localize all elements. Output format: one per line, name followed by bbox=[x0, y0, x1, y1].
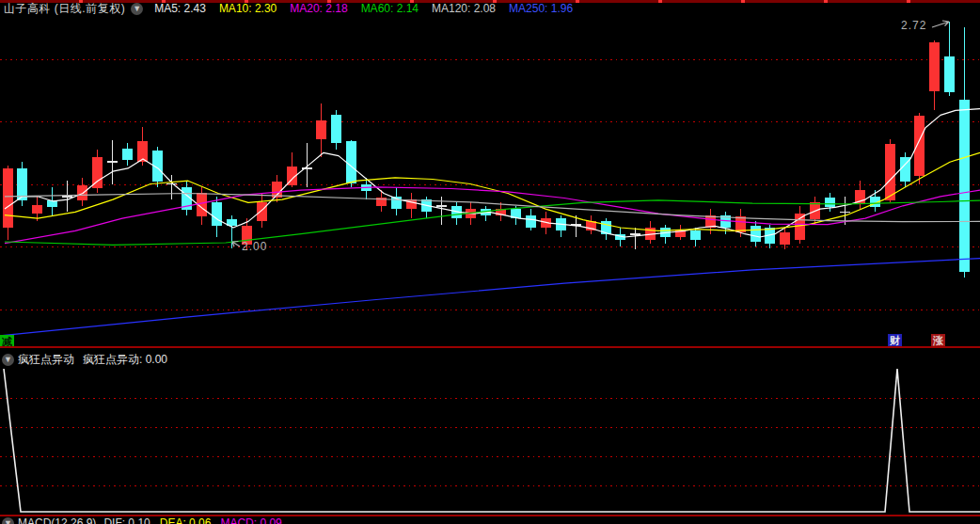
ma-legend-item: MA10: 2.30 bbox=[219, 3, 277, 15]
ma-legend-item: MA20: 2.18 bbox=[290, 3, 347, 15]
high-annotation-arrow bbox=[932, 21, 949, 27]
macd-header: ▼ MACD(12,26,9) DIF: 0.10DEA: 0.06MACD: … bbox=[2, 516, 282, 524]
indicator-panel-header: ▼ 疯狂点异动 疯狂点异动: 0.00 bbox=[2, 352, 167, 368]
candle-body bbox=[3, 168, 13, 228]
low-price-annotation: 2.00 bbox=[242, 240, 267, 253]
chevron-down-icon[interactable]: ▼ bbox=[131, 3, 143, 15]
ma250-line bbox=[0, 259, 980, 336]
candle-body bbox=[929, 42, 940, 91]
candle-body bbox=[959, 100, 970, 272]
macd-value: DEA: 0.06 bbox=[160, 516, 212, 524]
ma20-line bbox=[5, 187, 980, 244]
candle-body bbox=[526, 215, 536, 228]
candle-body bbox=[346, 141, 356, 183]
candle-body bbox=[690, 230, 701, 240]
candle-body bbox=[92, 157, 103, 188]
candle-body bbox=[914, 116, 925, 176]
ma-legend-item: MA120: 2.08 bbox=[432, 3, 496, 15]
ma-legend-item: MA250: 1.96 bbox=[509, 3, 573, 15]
chevron-down-icon[interactable]: ▼ bbox=[2, 517, 14, 524]
macd-value: DIF: 0.10 bbox=[103, 516, 150, 524]
chart-header: 山子高科 (日线.前复权) ▼ MA5: 2.43MA10: 2.30MA20:… bbox=[4, 3, 573, 15]
panel-divider bbox=[0, 346, 980, 348]
indicator-readout: 疯狂点异动: 0.00 bbox=[83, 352, 167, 368]
candle-body bbox=[122, 149, 133, 160]
stock-title[interactable]: 山子高科 (日线.前复权) bbox=[4, 3, 125, 15]
rise-marker[interactable]: 涨 bbox=[931, 334, 945, 347]
indicator-title[interactable]: 疯狂点异动 bbox=[18, 352, 74, 368]
candle-body bbox=[316, 120, 326, 139]
macd-title[interactable]: MACD(12,26,9) bbox=[18, 516, 96, 524]
candle-body bbox=[212, 202, 222, 226]
price-gridlines bbox=[0, 59, 980, 486]
candle-body bbox=[257, 202, 267, 221]
high-price-annotation: 2.72 bbox=[901, 19, 926, 32]
candle-body bbox=[331, 115, 341, 143]
candle-body bbox=[825, 198, 835, 207]
ma-legend-item: MA5: 2.43 bbox=[154, 3, 206, 15]
candle-body bbox=[944, 56, 955, 92]
chevron-down-icon[interactable]: ▼ bbox=[2, 354, 14, 366]
macd-value: MACD: 0.09 bbox=[220, 516, 281, 524]
candle-body bbox=[77, 185, 87, 200]
indicator-line bbox=[4, 369, 980, 512]
candlestick-series bbox=[3, 22, 971, 278]
app-window: 山子高科 (日线.前复权) ▼ MA5: 2.43MA10: 2.30MA20:… bbox=[0, 0, 980, 524]
candle-body bbox=[885, 144, 895, 200]
candle-body bbox=[32, 205, 42, 214]
candle-body bbox=[751, 226, 761, 242]
ma-legend: MA5: 2.43MA10: 2.30MA20: 2.18MA60: 2.14M… bbox=[154, 3, 573, 15]
ma-legend-item: MA60: 2.14 bbox=[361, 3, 419, 15]
candle-body bbox=[780, 232, 790, 245]
candlestick-chart[interactable] bbox=[0, 0, 980, 524]
finance-marker[interactable]: 财 bbox=[888, 334, 902, 347]
macd-values: DIF: 0.10DEA: 0.06MACD: 0.09 bbox=[103, 516, 281, 524]
